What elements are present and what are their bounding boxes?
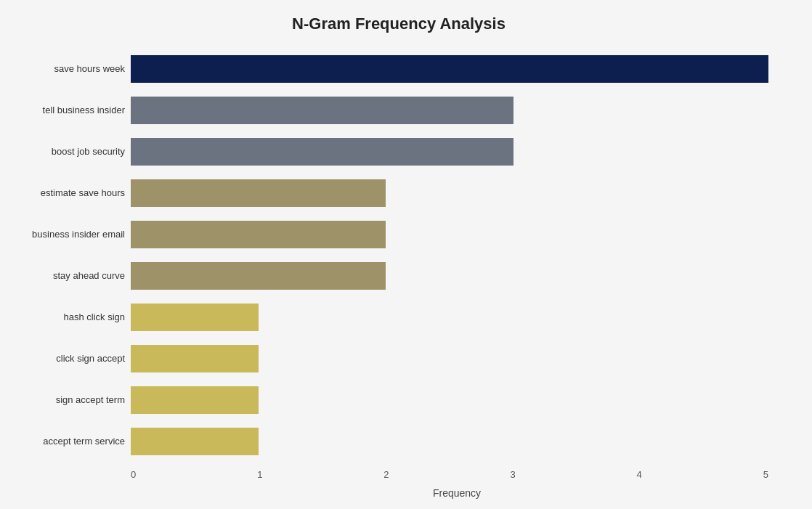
bar-row: boost job security bbox=[131, 131, 768, 172]
bar-row: sign accept term bbox=[131, 379, 768, 420]
chart-container: N-Gram Frequency Analysis save hours wee… bbox=[0, 0, 812, 509]
chart-area: save hours weektell business insiderboos… bbox=[131, 48, 768, 462]
bar-fill bbox=[131, 97, 513, 124]
bar-fill bbox=[131, 386, 259, 414]
bar-fill bbox=[131, 428, 259, 455]
bar-row: hash click sign bbox=[131, 296, 768, 338]
x-tick: 5 bbox=[763, 465, 768, 480]
bar-label: boost job security bbox=[12, 146, 125, 157]
bar-label: business insider email bbox=[12, 229, 125, 240]
bar-row: estimate save hours bbox=[131, 172, 768, 213]
bar-row: save hours week bbox=[131, 48, 768, 89]
bar-fill bbox=[131, 138, 513, 166]
x-tick: 4 bbox=[637, 465, 642, 480]
bar-fill bbox=[131, 179, 386, 207]
bar-label: sign accept term bbox=[12, 394, 125, 405]
bar-row: business insider email bbox=[131, 213, 768, 255]
bar-row: accept term service bbox=[131, 420, 768, 462]
x-tick: 0 bbox=[131, 465, 136, 480]
bar-fill bbox=[131, 304, 259, 331]
bar-row: tell business insider bbox=[131, 89, 768, 131]
bar-fill bbox=[131, 345, 259, 372]
bar-row: stay ahead curve bbox=[131, 255, 768, 296]
bar-row: click sign accept bbox=[131, 338, 768, 379]
bar-label: click sign accept bbox=[12, 353, 125, 364]
bar-fill bbox=[131, 221, 386, 248]
x-axis: 012345 bbox=[131, 465, 768, 480]
x-axis-label: Frequency bbox=[131, 487, 783, 499]
bar-label: hash click sign bbox=[12, 311, 125, 322]
chart-inner: save hours weektell business insiderboos… bbox=[15, 48, 783, 499]
bar-label: save hours week bbox=[12, 63, 125, 74]
x-ticks: 012345 bbox=[131, 465, 768, 480]
bar-label: tell business insider bbox=[12, 105, 125, 115]
bar-label: estimate save hours bbox=[12, 187, 125, 198]
bar-label: accept term service bbox=[12, 436, 125, 447]
bar-label: stay ahead curve bbox=[12, 270, 125, 281]
chart-title: N-Gram Frequency Analysis bbox=[15, 15, 783, 33]
x-tick: 1 bbox=[257, 465, 262, 480]
bar-fill bbox=[131, 55, 768, 83]
x-tick: 2 bbox=[383, 465, 389, 480]
bar-fill bbox=[131, 262, 386, 290]
x-tick: 3 bbox=[510, 465, 515, 480]
